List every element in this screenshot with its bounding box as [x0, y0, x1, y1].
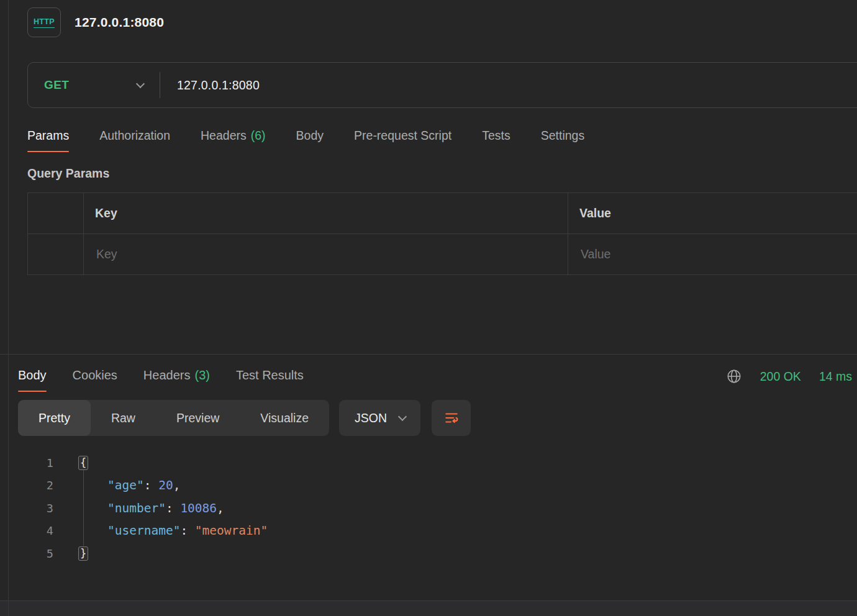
tab-settings-label: Settings — [541, 129, 584, 142]
value-input[interactable] — [579, 247, 844, 262]
status-badge[interactable]: 200 OK — [760, 369, 801, 384]
fold-toggle[interactable]: { — [78, 456, 88, 470]
url-bar: GET — [27, 62, 857, 108]
response-headers-count-badge: (3) — [194, 368, 209, 382]
value-column-header: Value — [568, 193, 857, 233]
response-tab-test-results-label: Test Results — [236, 368, 304, 382]
response-tab-test-results[interactable]: Test Results — [236, 368, 304, 392]
line-number: 1 — [18, 456, 53, 469]
json-string-value: "meowrain" — [195, 523, 268, 538]
line-number: 4 — [18, 524, 53, 537]
json-key: "username" — [107, 523, 180, 538]
code-line: 5 } — [18, 542, 857, 565]
view-mode-switcher: Pretty Raw Preview Visualize — [18, 400, 329, 436]
query-params-table: Key Value — [27, 192, 857, 275]
chevron-down-icon — [398, 412, 407, 420]
key-column-header: Key — [84, 193, 568, 233]
wrap-lines-button[interactable] — [432, 400, 471, 436]
tab-authorization[interactable]: Authorization — [99, 129, 170, 152]
response-tab-body[interactable]: Body — [18, 368, 47, 392]
response-tab-cookies-label: Cookies — [73, 368, 117, 382]
line-number: 2 — [18, 479, 53, 492]
fold-toggle[interactable]: } — [78, 546, 88, 561]
value-cell — [568, 234, 857, 274]
line-number: 3 — [18, 502, 53, 515]
indent-guide — [83, 470, 84, 546]
code-line: 3 "number": 10086, — [18, 497, 857, 520]
checkbox-cell[interactable] — [28, 234, 84, 274]
key-input[interactable] — [95, 247, 544, 262]
query-params-heading: Query Params — [27, 166, 857, 181]
response-pane: Body Cookies Headers(3) Test Results — [18, 355, 857, 600]
key-cell — [84, 234, 568, 274]
tab-headers[interactable]: Headers(6) — [201, 129, 266, 152]
footer-bar — [0, 600, 857, 616]
view-tab-pretty[interactable]: Pretty — [18, 400, 91, 436]
request-pane: HTTP 127.0.0.1:8080 GET Params Authoriza… — [0, 0, 857, 275]
json-key: "age" — [107, 478, 144, 492]
table-header-row: Key Value — [28, 193, 857, 234]
code-line: 4 "username": "meowrain" — [18, 520, 857, 543]
response-body-editor: 1 { 2 "age": 20, 3 "number": 10086, 4 "u… — [18, 451, 857, 565]
method-select[interactable]: GET — [28, 78, 160, 92]
tab-authorization-label: Authorization — [99, 129, 170, 142]
checkbox-column-header — [28, 193, 84, 233]
response-tab-body-label: Body — [18, 368, 47, 382]
tab-headers-label: Headers — [201, 129, 247, 142]
panel-left-border — [8, 0, 9, 616]
network-icon[interactable] — [726, 368, 742, 384]
response-tab-headers[interactable]: Headers(3) — [143, 368, 210, 392]
response-meta: 200 OK 14 ms — [726, 368, 857, 384]
view-tab-raw[interactable]: Raw — [91, 400, 156, 436]
request-title: 127.0.0.1:8080 — [75, 15, 164, 30]
request-header: HTTP 127.0.0.1:8080 — [27, 6, 857, 38]
format-select[interactable]: JSON — [339, 400, 420, 436]
json-number-value: 20 — [158, 478, 173, 492]
tab-params-label: Params — [27, 129, 69, 142]
response-tab-list: Body Cookies Headers(3) Test Results — [18, 368, 304, 392]
response-tab-headers-label: Headers — [143, 368, 191, 382]
response-tabs: Body Cookies Headers(3) Test Results — [18, 355, 857, 392]
tab-settings[interactable]: Settings — [541, 129, 584, 152]
tab-params[interactable]: Params — [27, 129, 69, 152]
headers-count-badge: (6) — [251, 129, 266, 142]
chevron-down-icon — [136, 79, 145, 88]
http-request-icon: HTTP — [27, 7, 61, 37]
format-select-label: JSON — [355, 411, 387, 425]
view-tab-visualize[interactable]: Visualize — [240, 400, 329, 436]
code-line: 2 "age": 20, — [18, 474, 857, 497]
json-key: "number" — [107, 501, 166, 515]
line-number: 5 — [18, 547, 53, 560]
tab-body-label: Body — [296, 129, 324, 142]
response-time-badge[interactable]: 14 ms — [819, 369, 852, 384]
app-window: HTTP 127.0.0.1:8080 GET Params Authoriza… — [0, 0, 857, 616]
method-label: GET — [44, 78, 69, 92]
tab-pre-request-script-label: Pre-request Script — [354, 129, 451, 142]
request-tabs: Params Authorization Headers(6) Body Pre… — [27, 129, 857, 152]
code-line: 1 { — [18, 451, 857, 474]
table-row — [28, 234, 857, 275]
tab-body[interactable]: Body — [296, 129, 324, 152]
tab-pre-request-script[interactable]: Pre-request Script — [354, 129, 451, 152]
wrap-lines-icon — [443, 410, 460, 426]
response-tab-cookies[interactable]: Cookies — [73, 368, 117, 392]
view-tab-preview[interactable]: Preview — [156, 400, 240, 436]
http-icon-label: HTTP — [34, 17, 55, 28]
response-view-bar: Pretty Raw Preview Visualize JSON — [18, 400, 857, 436]
tab-tests-label: Tests — [482, 129, 510, 142]
json-number-value: 10086 — [180, 501, 217, 515]
url-input[interactable] — [160, 78, 857, 93]
tab-tests[interactable]: Tests — [482, 129, 510, 152]
